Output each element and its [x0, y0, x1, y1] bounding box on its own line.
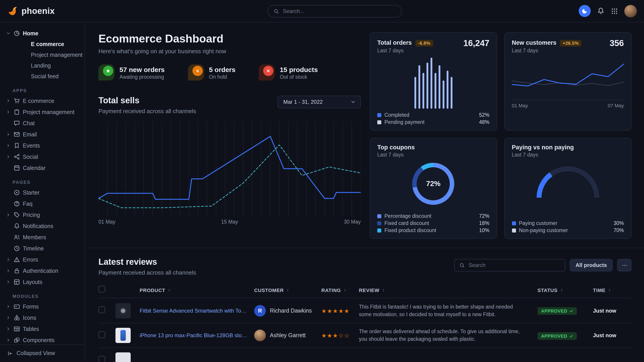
product-thumbnail[interactable] [116, 353, 131, 362]
sidebar-section-apps: APPS [0, 88, 84, 93]
search-icon [274, 8, 279, 14]
sidebar-item-home[interactable]: Home [0, 28, 84, 39]
sidebar-item-events[interactable]: Events [0, 140, 84, 151]
all-products-button[interactable]: All products [570, 259, 613, 272]
top-coupons-donut-chart: 72% [412, 163, 454, 205]
sidebar-item-notifications[interactable]: Notifications [0, 220, 84, 232]
select-all-checkbox[interactable] [98, 286, 105, 293]
sidebar-item-timeline[interactable]: Timeline [0, 243, 84, 254]
more-options-button[interactable] [617, 259, 632, 272]
page-subtitle: Here's what's going on at your business … [98, 48, 361, 54]
product-link[interactable]: iPhone 13 pro max-Pacific Blue-128GB sto… [140, 332, 254, 339]
row-checkbox[interactable] [98, 331, 105, 338]
total-sells-subtitle: Payment received across all channels [98, 108, 196, 114]
caret-right-icon [6, 327, 11, 331]
bell-icon [597, 7, 604, 15]
column-header-customer[interactable]: CUSTOMER [254, 287, 321, 293]
sidebar-nav: Home E commerce Project management Landi… [0, 22, 84, 344]
cart-icon [14, 97, 20, 104]
review-time: Just now [593, 332, 632, 339]
sidebar-item-chat[interactable]: Chat [0, 118, 84, 129]
sidebar-item-pricing[interactable]: Pricing [0, 209, 84, 220]
sidebar-item-starter[interactable]: Starter [0, 187, 84, 198]
brand-link[interactable]: phoenix [7, 5, 55, 16]
sort-icon [381, 288, 386, 292]
navbar-actions [579, 5, 637, 17]
column-header-review[interactable]: REVIEW [359, 287, 538, 293]
shapes-icon [14, 314, 20, 321]
stat-orders-on-hold: 5 orders On hold [188, 64, 236, 80]
reviews-search-input[interactable] [468, 262, 560, 268]
sidebar-item-authentication[interactable]: Authentication [0, 265, 84, 276]
review-time: Just now [593, 308, 632, 314]
sidebar-item-faq[interactable]: Faq [0, 198, 84, 209]
kpi-cards: Total orders-6.8% Last 7 days 16,247 Com… [370, 32, 632, 239]
clock-icon [14, 245, 20, 252]
sidebar-item-errors[interactable]: Errors [0, 254, 84, 265]
date-range-select[interactable]: Mar 1 - 31, 2022 [278, 96, 361, 108]
column-header-product[interactable]: PRODUCT [140, 287, 254, 293]
product-thumbnail[interactable] [116, 303, 131, 318]
pie-chart-icon [14, 30, 20, 37]
sidebar-item-layouts[interactable]: Layouts [0, 276, 84, 288]
notifications-button[interactable] [597, 7, 604, 15]
product-link[interactable]: Fitbit Sense Advanced Smartwatch with To… [140, 308, 254, 314]
navbar-search[interactable] [268, 5, 402, 17]
collapsed-view-toggle[interactable]: Collapsed View [0, 344, 84, 362]
sort-icon [607, 288, 612, 292]
sidebar-item-tables[interactable]: Tables [0, 323, 84, 335]
sidebar-subitem-social-feed[interactable]: Social feed [0, 71, 84, 82]
row-checkbox[interactable] [98, 356, 105, 362]
sidebar-section-pages: PAGES [0, 180, 84, 185]
sidebar-subitem-landing[interactable]: Landing [0, 60, 84, 71]
nine-dots-grid-icon [611, 7, 618, 14]
column-header-time[interactable]: TIME [593, 287, 632, 293]
total-sells-x-axis: 01 May 15 May 30 May [98, 219, 361, 225]
sidebar-item-email[interactable]: Email [0, 129, 84, 140]
reviews-search[interactable] [454, 259, 565, 272]
sidebar-item-project-management[interactable]: Project management [0, 106, 84, 118]
navbar-search-input[interactable] [283, 8, 396, 14]
chevron-down-icon [350, 99, 356, 105]
sidebar-item-calendar[interactable]: Calendar [0, 162, 84, 174]
reviews-table: PRODUCT CUSTOMER RATING REVIEW STATUS [98, 282, 632, 362]
legend-completed: Completed 52% [377, 112, 490, 118]
apps-menu-button[interactable] [611, 7, 618, 14]
share-nodes-icon [14, 153, 20, 160]
caret-right-icon [6, 143, 11, 148]
theme-toggle-button[interactable] [579, 5, 591, 17]
row-checkbox[interactable] [98, 306, 105, 313]
sidebar-item-members[interactable]: Members [0, 232, 84, 243]
rating-stars: ★★★☆☆ [321, 332, 350, 339]
sidebar-item-icons[interactable]: Icons [0, 312, 84, 323]
moon-icon [581, 7, 588, 14]
on-hold-badge [188, 64, 204, 80]
rating-stars: ★★★★★ [321, 308, 350, 314]
page-title: Ecommerce Dashboard [98, 32, 361, 45]
caret-right-icon [6, 110, 11, 114]
sidebar-item-components[interactable]: Components [0, 335, 84, 344]
column-header-status[interactable]: STATUS [538, 287, 593, 293]
customer-name: Ashley Garrett [270, 332, 306, 339]
sort-icon [343, 288, 347, 292]
total-sells-header: Total sells Payment received across all … [98, 96, 361, 114]
pause-icon [195, 68, 200, 73]
customer-avatar: R [254, 305, 266, 316]
column-header-rating[interactable]: RATING [321, 287, 359, 293]
sidebar-item-ecommerce[interactable]: E commerce [0, 95, 84, 106]
search-icon [459, 262, 465, 268]
x-icon [266, 68, 271, 73]
status-badge: APPROVED [538, 332, 577, 340]
top-navbar: phoenix [0, 0, 644, 22]
total-sells-chart [98, 121, 361, 216]
chat-bubble-icon [14, 120, 20, 127]
user-avatar[interactable] [624, 5, 637, 17]
sidebar-subitem-ecommerce[interactable]: E commerce [0, 39, 84, 50]
sidebar-item-forms[interactable]: Forms [0, 301, 84, 312]
sidebar-item-social[interactable]: Social [0, 151, 84, 162]
form-input-icon [14, 303, 20, 310]
product-thumbnail[interactable] [116, 328, 131, 343]
caret-right-icon [6, 257, 11, 262]
reviews-table-header: PRODUCT CUSTOMER RATING REVIEW STATUS [98, 282, 632, 298]
sidebar-subitem-project-management[interactable]: Project management [0, 50, 84, 60]
